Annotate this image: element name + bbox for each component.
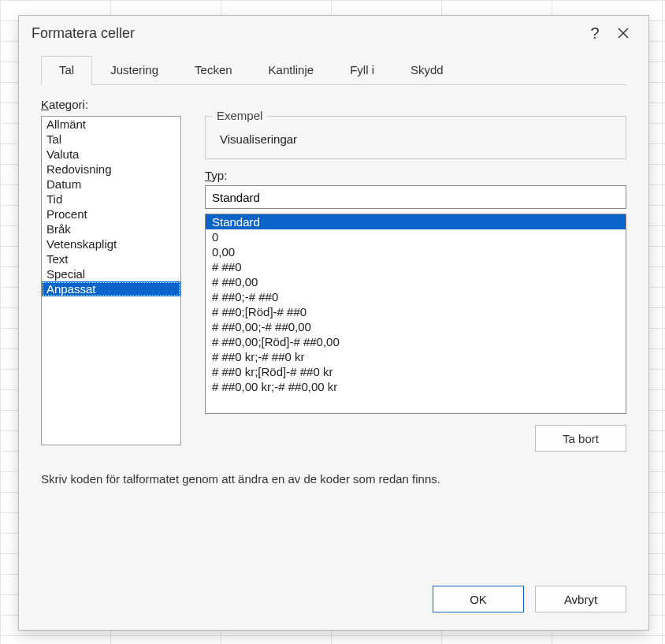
format-item[interactable]: 0 xyxy=(206,229,626,244)
category-item[interactable]: Special xyxy=(42,266,180,281)
category-item[interactable]: Allmänt xyxy=(42,117,180,132)
dialog-body: Kategori: AllmäntTalValutaRedovisningDat… xyxy=(19,85,648,571)
category-item[interactable]: Anpassat xyxy=(42,281,180,296)
category-label: Kategori: xyxy=(41,98,626,111)
category-item[interactable]: Tal xyxy=(42,132,180,147)
format-item[interactable]: # ##0,00 kr;-# ##0,00 kr xyxy=(206,379,626,394)
tab-skydd[interactable]: Skydd xyxy=(392,56,462,85)
format-list[interactable]: Standard00,00# ##0# ##0,00# ##0;-# ##0# … xyxy=(205,214,626,414)
hint-text: Skriv koden för talformatet genom att än… xyxy=(41,472,626,486)
category-item[interactable]: Vetenskapligt xyxy=(42,236,180,251)
category-item[interactable]: Bråk xyxy=(42,221,180,236)
type-label: Typ: xyxy=(205,169,626,182)
titlebar: Formatera celler ? xyxy=(19,16,648,50)
close-button[interactable] xyxy=(609,20,637,46)
format-item[interactable]: Standard xyxy=(206,214,626,229)
tab-justering[interactable]: Justering xyxy=(92,56,176,85)
category-item[interactable]: Valuta xyxy=(42,147,180,162)
format-item[interactable]: # ##0,00;[Röd]-# ##0,00 xyxy=(206,334,626,349)
example-value: Visualiseringar xyxy=(215,125,616,146)
example-legend: Exempel xyxy=(212,109,267,122)
format-item[interactable]: # ##0;-# ##0 xyxy=(206,289,626,304)
tab-strip: Tal Justering Tecken Kantlinje Fyll i Sk… xyxy=(41,55,626,85)
format-item[interactable]: # ##0 kr;[Röd]-# ##0 kr xyxy=(206,364,626,379)
format-cells-dialog: Formatera celler ? Tal Justering Tecken … xyxy=(18,15,649,631)
ok-button[interactable]: OK xyxy=(433,586,524,612)
tab-kantlinje[interactable]: Kantlinje xyxy=(251,56,332,85)
tab-tal[interactable]: Tal xyxy=(41,56,92,85)
help-button[interactable]: ? xyxy=(581,20,609,46)
close-icon xyxy=(618,28,629,39)
category-list[interactable]: AllmäntTalValutaRedovisningDatumTidProce… xyxy=(41,116,181,445)
tab-tecken[interactable]: Tecken xyxy=(176,56,251,85)
category-item[interactable]: Redovisning xyxy=(42,162,180,177)
format-item[interactable]: # ##0;[Röd]-# ##0 xyxy=(206,304,626,319)
format-item[interactable]: # ##0 kr;-# ##0 kr xyxy=(206,349,626,364)
format-item[interactable]: # ##0 xyxy=(206,259,626,274)
category-item[interactable]: Procent xyxy=(42,207,180,221)
format-item[interactable]: # ##0,00 xyxy=(206,274,626,289)
category-item[interactable]: Text xyxy=(42,251,180,266)
delete-button[interactable]: Ta bort xyxy=(535,425,626,452)
cancel-button[interactable]: Avbryt xyxy=(535,586,626,612)
format-item[interactable]: # ##0,00;-# ##0,00 xyxy=(206,319,626,334)
type-input[interactable] xyxy=(205,185,626,209)
category-item[interactable]: Tid xyxy=(42,192,180,207)
dialog-footer: OK Avbryt xyxy=(19,571,648,630)
category-item[interactable]: Datum xyxy=(42,177,180,192)
tab-fyll[interactable]: Fyll i xyxy=(332,56,392,85)
example-group: Exempel Visualiseringar xyxy=(205,116,626,159)
dialog-title: Formatera celler xyxy=(32,25,135,42)
format-item[interactable]: 0,00 xyxy=(206,244,626,259)
